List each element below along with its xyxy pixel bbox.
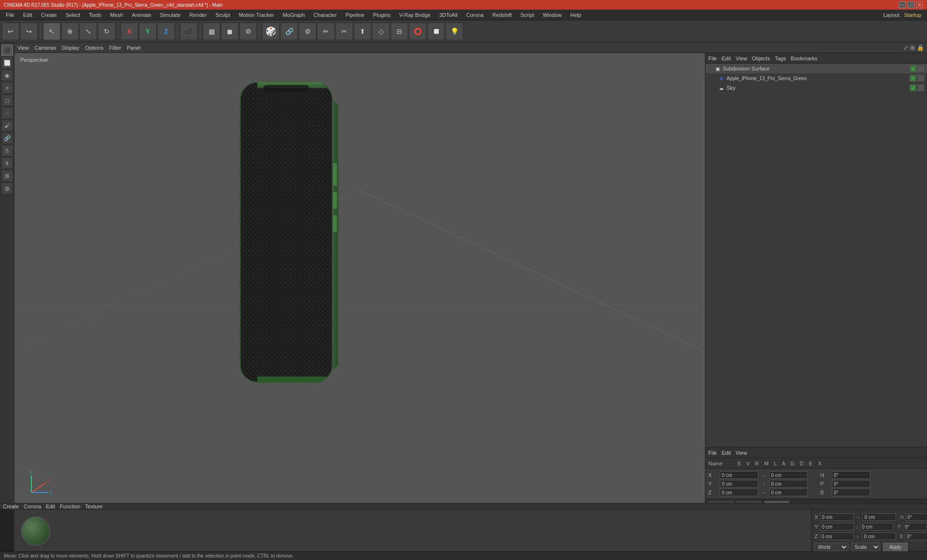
scale-dropdown[interactable]: Scale (851, 543, 880, 551)
sky-render-btn[interactable] (917, 84, 924, 91)
z-position-input[interactable] (820, 532, 854, 540)
object-mode-btn[interactable]: ⬛ (180, 23, 197, 40)
menu-animate[interactable]: Animate (128, 11, 155, 19)
extrude-btn[interactable]: ⬆ (354, 23, 371, 40)
h-angle-input[interactable] (906, 513, 927, 521)
maximize-button[interactable]: □ (908, 1, 914, 8)
render-settings-btn[interactable]: ⚙ (239, 23, 257, 40)
menu-sculpt[interactable]: Sculpt (211, 11, 234, 19)
obj-tags-menu[interactable]: Tags (775, 56, 786, 61)
menu-file[interactable]: File (2, 11, 18, 19)
boole-btn[interactable]: ⭕ (409, 23, 426, 40)
apply-coords-button[interactable]: Apply (883, 543, 908, 551)
render-active-btn[interactable]: ◼ (221, 23, 239, 40)
obj-view-menu[interactable]: View (736, 56, 747, 61)
subdivision-render-btn[interactable] (917, 65, 924, 72)
x-axis-btn[interactable]: X (121, 23, 138, 40)
object-item-iphone[interactable]: ⊕ Apple_iPhone_13_Pro_Sierra_Green ✓ (705, 73, 927, 83)
snap-btn[interactable]: 🔗 (281, 23, 298, 40)
menu-help[interactable]: Help (566, 11, 585, 19)
material-preview[interactable] (21, 517, 50, 546)
loop-cut-btn[interactable]: ⊟ (391, 23, 408, 40)
tool-smooth[interactable]: ◉ (1, 70, 13, 81)
vp-filter-menu[interactable]: Filter (109, 45, 121, 51)
vp-view-menu[interactable]: View (17, 45, 29, 51)
tab-edit[interactable]: Edit (46, 504, 55, 509)
z-axis-btn[interactable]: Z (157, 23, 175, 40)
world-dropdown[interactable]: World (815, 543, 848, 551)
tab-function[interactable]: Function (60, 504, 80, 509)
polygon-pen-btn[interactable]: ✏ (317, 23, 335, 40)
move-tool[interactable]: ⊕ (61, 23, 79, 40)
tool-paint[interactable]: 🖌 (1, 120, 13, 131)
x-size-input[interactable] (862, 513, 896, 521)
menu-mograph[interactable]: MoGraph (279, 11, 309, 19)
tool-grid[interactable]: ⊞ (1, 170, 13, 182)
tool-magnet[interactable]: 🔗 (1, 132, 13, 144)
vp-options-menu[interactable]: Options (85, 45, 103, 51)
knife-btn[interactable]: ✂ (336, 23, 353, 40)
menu-render[interactable]: Render (185, 11, 211, 19)
vp-panel-menu[interactable]: Panel (127, 45, 140, 51)
vp-fit-icon[interactable]: ⊞ (910, 44, 915, 51)
tool-sculpt[interactable]: S (1, 145, 13, 156)
menu-redshift[interactable]: Redshift (489, 11, 516, 19)
obj-objects-menu[interactable]: Objects (752, 56, 770, 61)
obj-bookmarks-menu[interactable]: Bookmarks (791, 56, 817, 61)
menu-create[interactable]: Create (37, 11, 61, 19)
tool-sphere[interactable]: ◍ (1, 182, 13, 194)
menu-window[interactable]: Window (539, 11, 565, 19)
menu-mesh[interactable]: Mesh (106, 11, 127, 19)
subdivision-visible-btn[interactable]: ✓ (910, 65, 916, 72)
y-rot-input[interactable] (769, 480, 808, 488)
tool-twist[interactable]: ↯ (1, 157, 13, 169)
y-axis-btn[interactable]: Y (139, 23, 156, 40)
z-pos-input[interactable] (720, 489, 758, 496)
b-angle-input[interactable] (905, 532, 927, 540)
redo-button[interactable]: ↪ (20, 23, 38, 40)
h-size-input[interactable] (832, 471, 871, 479)
menu-select[interactable]: Select (62, 11, 84, 19)
menu-motion-tracker[interactable]: Motion Tracker (235, 11, 278, 19)
view-cube-btn[interactable]: 🎲 (262, 23, 280, 40)
tool-layer[interactable]: ≡ (1, 82, 13, 94)
z-rot-input[interactable] (769, 489, 808, 496)
minimize-button[interactable]: ─ (899, 1, 906, 8)
tab-create[interactable]: Create (3, 504, 19, 509)
vp-display-menu[interactable]: Display (62, 45, 79, 51)
p-angle-input[interactable] (903, 523, 927, 531)
p-size-input[interactable] (832, 480, 871, 488)
iphone-render-btn[interactable] (917, 75, 924, 82)
undo-button[interactable]: ↩ (2, 23, 19, 40)
vp-expand-icon[interactable]: ⤢ (903, 44, 908, 51)
vp-cameras-menu[interactable]: Cameras (35, 45, 56, 51)
b-size-input[interactable] (832, 489, 871, 496)
vp-lock-icon[interactable]: 🔒 (917, 44, 924, 51)
render-region-btn[interactable]: ▦ (203, 23, 220, 40)
attr-edit-menu[interactable]: Edit (722, 450, 731, 456)
snap-settings-btn[interactable]: ⚙ (299, 23, 316, 40)
y-position-input[interactable] (820, 523, 854, 531)
menu-vray[interactable]: V-Ray Bridge (395, 11, 435, 19)
y-pos-input[interactable] (720, 480, 758, 488)
menu-edit[interactable]: Edit (19, 11, 36, 19)
tool-path[interactable]: ⟋ (1, 107, 13, 119)
object-item-sky[interactable]: ☁ Sky ✓ (705, 83, 927, 93)
y-size-input[interactable] (860, 523, 894, 531)
obj-edit-menu[interactable]: Edit (722, 56, 731, 61)
menu-tools[interactable]: Tools (85, 11, 105, 19)
attr-view-menu[interactable]: View (736, 450, 747, 456)
scale-tool[interactable]: ⤡ (80, 23, 97, 40)
layout-value[interactable]: Startup (904, 12, 921, 18)
window-controls[interactable]: ─ □ ✕ (899, 1, 923, 8)
x-position-input[interactable] (820, 513, 854, 521)
sky-visible-btn[interactable]: ✓ (910, 84, 916, 91)
bevel-btn[interactable]: ◇ (372, 23, 390, 40)
x-pos-input[interactable] (720, 471, 758, 479)
menu-simulate[interactable]: Simulate (156, 11, 184, 19)
close-button[interactable]: ✕ (916, 1, 923, 8)
subdivide-btn[interactable]: 🔲 (427, 23, 445, 40)
tab-corona[interactable]: Corona (24, 504, 41, 509)
rotate-tool[interactable]: ↻ (98, 23, 115, 40)
tool-shape[interactable]: ◻ (1, 95, 13, 106)
